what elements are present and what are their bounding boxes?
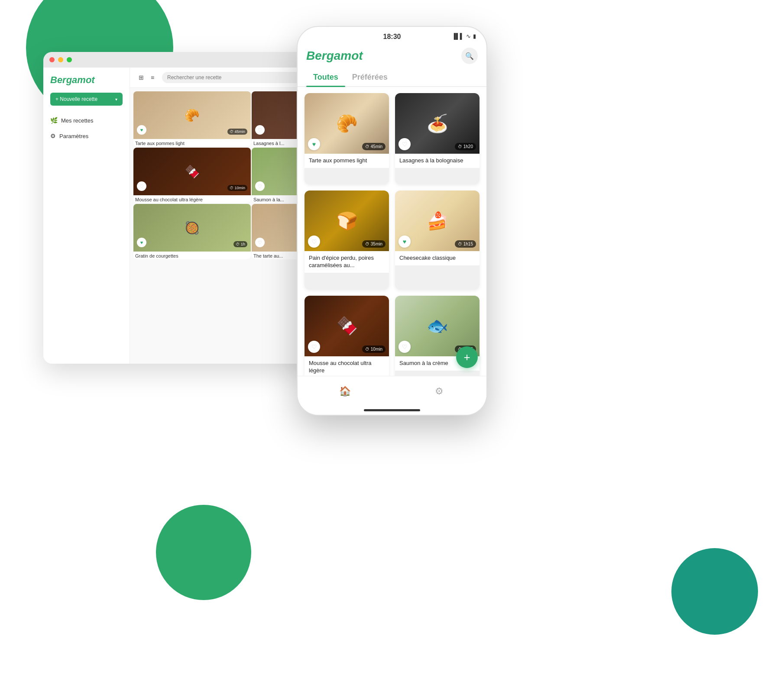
tab-preferees[interactable]: Préférées (345, 69, 395, 86)
heart-icon-3[interactable]: ♡ (255, 181, 265, 191)
recipe-name-4: Gratin de courgettes (133, 252, 251, 259)
grid-view-icon[interactable]: ⊞ (137, 73, 146, 82)
desktop-sidebar: Bergamot + Nouvelle recette ▾ 🌿 Mes rece… (43, 68, 130, 364)
phone-recipe-name-4: Mousse au chocolat ultra légère (305, 356, 389, 378)
phone-recipe-name-0: Tarte aux pommes light (305, 154, 389, 168)
signal-icon: ▐▌▌ (452, 33, 464, 39)
desktop-recipe-card-2[interactable]: 🍫 ♡ ⏱ 10min Mousse au chocolat ultra lég… (133, 148, 251, 203)
desktop-recipe-card-0[interactable]: 🥐 ♥ ⏱ 45min Tarte aux pommes light (133, 91, 251, 147)
phone-time-badge-3: ⏱ 1h15 (455, 240, 476, 248)
new-recipe-button[interactable]: + Nouvelle recette ▾ (50, 93, 123, 106)
time-badge-2: ⏱ 10min (227, 185, 247, 191)
phone-recipe-name-2: Pain d'épice perdu, poires caramélisées … (305, 251, 389, 273)
phone-mockup: 18:30 ▐▌▌ ∿ ▮ Bergamot 🔍 Toutes Préférée… (297, 26, 487, 416)
gear-icon: ⚙ (50, 132, 56, 139)
battery-icon: ▮ (473, 33, 476, 39)
parametres-label: Paramètres (59, 133, 88, 139)
phone-recipe-name-1: Lasagnes à la bolognaise (395, 154, 479, 168)
phone-app-header: Bergamot 🔍 (298, 44, 486, 69)
sidebar-item-mes-recettes[interactable]: 🌿 Mes recettes (43, 113, 130, 128)
wifi-icon: ∿ (466, 33, 471, 39)
phone-heart-4[interactable]: ♡ (308, 341, 320, 353)
phone-recipe-name-3: Cheesecake classique (395, 251, 479, 265)
chevron-down-icon: ▾ (115, 97, 117, 102)
phone-heart-0[interactable]: ♥ (308, 138, 320, 150)
phone-heart-5[interactable]: ♡ (398, 341, 411, 353)
search-button[interactable]: 🔍 (461, 48, 478, 64)
recipe-name-2: Mousse au chocolat ultra légère (133, 195, 251, 203)
phone-time-badge-2: ⏱ 35min (362, 240, 386, 248)
sidebar-item-parametres[interactable]: ⚙ Paramètres (43, 128, 130, 144)
phone-recipe-card-0[interactable]: 🥐 ♥ ⏱ 45min Tarte aux pommes light (305, 93, 389, 184)
status-icons: ▐▌▌ ∿ ▮ (452, 33, 476, 39)
minimize-dot (58, 57, 63, 62)
phone-app-logo: Bergamot (306, 49, 363, 63)
bg-circle-bottom-left (156, 505, 251, 600)
phone-time-badge-1: ⏱ 1h20 (455, 143, 476, 150)
phone-tabs: Toutes Préférées (298, 69, 486, 87)
phone-recipe-grid: 🥐 ♥ ⏱ 45min Tarte aux pommes light 🍝 ♡ ⏱… (298, 93, 486, 394)
bg-circle-bottom-right (671, 548, 758, 635)
leaf-icon: 🌿 (50, 117, 58, 124)
status-bar: 18:30 ▐▌▌ ∿ ▮ (298, 27, 486, 44)
maximize-dot (67, 57, 72, 62)
phone-recipe-card-3[interactable]: 🍰 ♥ ⏱ 1h15 Cheesecake classique (395, 190, 479, 289)
close-dot (49, 57, 55, 62)
desktop-logo: Bergamot (43, 74, 130, 93)
heart-icon-1[interactable]: ♡ (255, 125, 265, 135)
heart-icon-0[interactable]: ♥ (137, 125, 146, 135)
heart-icon-4[interactable]: ♥ (137, 238, 146, 247)
home-icon: 🏠 (339, 386, 351, 397)
nav-home[interactable]: 🏠 (335, 382, 354, 401)
nav-settings[interactable]: ⚙ (430, 382, 449, 401)
list-view-icon[interactable]: ≡ (148, 73, 157, 82)
search-icon: 🔍 (465, 52, 474, 60)
phone-time-badge-0: ⏱ 45min (362, 143, 386, 150)
recipe-image-gratin: 🥘 (133, 204, 251, 252)
phone-recipe-card-2[interactable]: 🍞 ♡ ⏱ 35min Pain d'épice perdu, poires c… (305, 190, 389, 289)
phone-recipe-card-1[interactable]: 🍝 ♡ ⏱ 1h20 Lasagnes à la bolognaise (395, 93, 479, 184)
phone-heart-1[interactable]: ♡ (398, 138, 411, 150)
new-recipe-label: + Nouvelle recette (55, 96, 97, 102)
phone-time: 18:30 (383, 33, 401, 41)
phone-time-badge-4: ⏱ 10min (362, 345, 386, 353)
time-badge-4: ⏱ 1h (233, 241, 247, 247)
mes-recettes-label: Mes recettes (61, 117, 93, 124)
heart-icon-2[interactable]: ♡ (137, 181, 146, 191)
desktop-recipe-card-4[interactable]: 🥘 ♥ ⏱ 1h Gratin de courgettes (133, 204, 251, 259)
settings-icon: ⚙ (435, 386, 444, 397)
heart-icon-5[interactable]: ♡ (255, 238, 265, 247)
recipe-name-0: Tarte aux pommes light (133, 139, 251, 147)
home-indicator (364, 409, 420, 411)
time-badge-0: ⏱ 45min (227, 129, 247, 135)
tab-toutes[interactable]: Toutes (306, 69, 345, 86)
fab-add-button[interactable]: + (456, 346, 478, 368)
